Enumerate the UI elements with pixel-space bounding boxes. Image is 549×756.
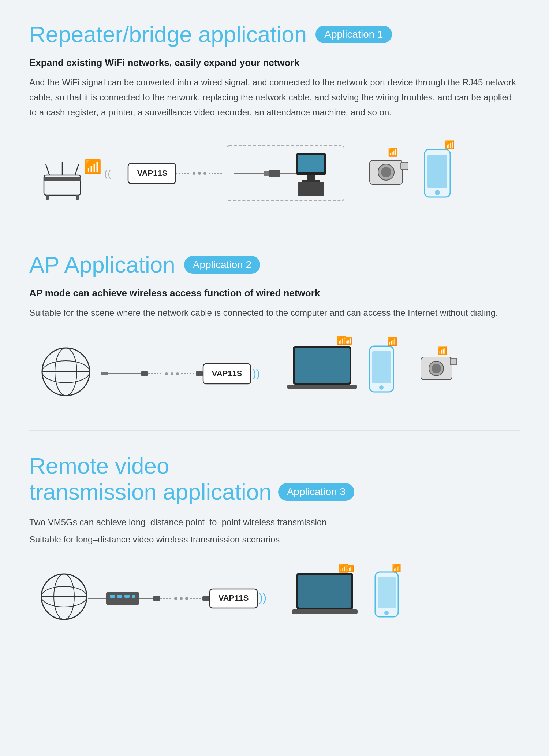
svg-rect-74	[117, 595, 122, 598]
section2-diagram: VAP11S )) 📶 📶 📶	[29, 335, 520, 408]
svg-text:VAP11S: VAP11S	[137, 168, 168, 178]
svg-rect-48	[196, 371, 203, 376]
section1-badge: Application 1	[315, 26, 392, 43]
section3-body2: Suitable for long–distance video wireles…	[29, 532, 520, 547]
svg-text:📶: 📶	[392, 564, 401, 572]
section3-body1: Two VM5Gs can achieve long–distance poin…	[29, 515, 520, 530]
svg-text:VAP11S: VAP11S	[219, 593, 249, 603]
svg-text:((: ((	[104, 168, 111, 179]
svg-text:📶: 📶	[387, 337, 397, 346]
section-2: AP Application Application 2 AP mode can…	[29, 252, 520, 408]
svg-rect-73	[110, 595, 115, 598]
section3-title-line2: transmission application	[29, 479, 272, 505]
svg-text:)): ))	[253, 367, 260, 379]
section2-badge: Application 2	[184, 256, 260, 274]
svg-point-28	[381, 167, 391, 177]
svg-rect-40	[101, 372, 108, 375]
svg-rect-1	[44, 177, 81, 181]
svg-rect-94	[378, 577, 396, 608]
svg-rect-25	[298, 182, 324, 196]
section2-subtitle: AP mode can achieve wireless access func…	[29, 288, 520, 299]
svg-rect-42	[141, 371, 148, 376]
svg-point-44	[165, 372, 168, 375]
svg-rect-58	[372, 351, 391, 383]
svg-rect-84	[202, 596, 210, 601]
svg-point-14	[203, 172, 206, 175]
svg-point-95	[384, 611, 389, 615]
svg-text:📶: 📶	[437, 346, 448, 356]
section2-title: AP Application	[29, 252, 175, 277]
svg-rect-19	[269, 170, 280, 177]
svg-rect-23	[307, 175, 315, 181]
svg-text:📶: 📶	[344, 337, 352, 345]
svg-point-63	[432, 364, 441, 373]
svg-text:VAP11S: VAP11S	[212, 369, 242, 378]
svg-rect-54	[287, 385, 357, 389]
svg-point-82	[185, 597, 188, 600]
svg-rect-5	[46, 195, 49, 200]
svg-rect-53	[295, 348, 350, 383]
svg-rect-64	[450, 358, 457, 365]
svg-line-2	[46, 164, 49, 175]
svg-text:📶: 📶	[445, 140, 455, 150]
svg-point-81	[180, 597, 183, 600]
svg-point-12	[193, 172, 195, 175]
section1-diagram: 📶 (( VAP11S	[29, 135, 520, 208]
svg-text:📶: 📶	[388, 147, 398, 157]
svg-point-80	[174, 597, 177, 600]
svg-point-46	[176, 372, 179, 375]
section3-badge: Application 3	[278, 483, 354, 501]
svg-rect-6	[76, 195, 79, 200]
svg-point-13	[198, 172, 201, 175]
svg-rect-78	[153, 596, 160, 601]
section-3: Remote video transmission application Ap…	[29, 453, 520, 635]
svg-rect-32	[427, 155, 447, 188]
section1-body: And the WiFi signal can be converted int…	[29, 75, 520, 120]
svg-rect-90	[292, 609, 358, 614]
svg-point-33	[435, 190, 440, 195]
svg-rect-22	[298, 155, 324, 172]
svg-rect-29	[401, 162, 408, 170]
svg-text:)): ))	[259, 592, 266, 604]
svg-rect-76	[132, 595, 135, 598]
svg-rect-72	[106, 592, 139, 605]
svg-rect-89	[298, 575, 351, 608]
svg-line-4	[75, 164, 79, 175]
svg-text:📶: 📶	[346, 565, 354, 573]
section1-subtitle: Expand existing WiFi networks, easily ex…	[29, 57, 520, 68]
section2-body: Suitable for the scene where the network…	[29, 305, 520, 320]
section-1: Repeater/bridge application Application …	[29, 22, 520, 208]
section3-diagram: VAP11S )) 📶 📶 📶	[29, 562, 520, 635]
svg-point-45	[171, 372, 173, 375]
svg-text:📶: 📶	[84, 158, 102, 175]
svg-point-59	[379, 385, 384, 390]
section3-title-line1: Remote video	[29, 453, 354, 479]
section1-title: Repeater/bridge application	[29, 22, 307, 47]
svg-rect-75	[124, 595, 130, 598]
